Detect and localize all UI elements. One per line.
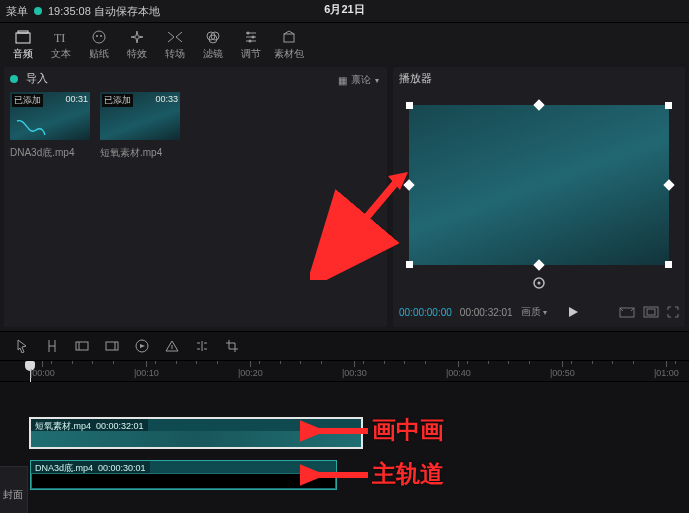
player-controls: 00:00:00:00 00:00:32:01 画质▾ xyxy=(399,303,679,321)
tab-effect[interactable]: 特效 xyxy=(118,27,156,67)
svg-rect-17 xyxy=(647,309,655,315)
split-tool[interactable] xyxy=(44,338,60,354)
svg-rect-12 xyxy=(284,34,294,42)
media-item[interactable]: 已添加 00:33 短氧素材.mp4 xyxy=(100,92,180,160)
svg-text:TI: TI xyxy=(54,31,65,44)
svg-rect-0 xyxy=(16,33,30,43)
status-dot-icon xyxy=(34,7,42,15)
svg-point-10 xyxy=(252,36,255,39)
dna-thumb-icon xyxy=(16,118,46,136)
resize-handle[interactable] xyxy=(406,102,413,109)
svg-point-3 xyxy=(93,31,105,43)
import-dot-icon xyxy=(10,75,18,83)
player-panel: 播放器 00:00:00:00 00:00:32:01 画质▾ xyxy=(393,67,685,327)
pointer-tool[interactable] xyxy=(14,338,30,354)
autosave-status: 19:35:08 自动保存本地 xyxy=(48,4,160,19)
upper-panels: 导入 ▦ 禀论 ▾ 已添加 00:31 DNA3d底.mp4 已添加 00:33 xyxy=(0,67,689,331)
svg-rect-15 xyxy=(620,308,634,317)
timeline-toolbar xyxy=(0,331,689,361)
media-panel: 导入 ▦ 禀论 ▾ 已添加 00:31 DNA3d底.mp4 已添加 00:33 xyxy=(4,67,387,327)
resize-handle[interactable] xyxy=(533,259,544,270)
delete-right-tool[interactable] xyxy=(104,338,120,354)
filter-icon xyxy=(204,29,222,45)
timeline-tracks[interactable]: 封面 短氧素材.mp4 00:00:32:01 DNA3d底.mp4 00:00… xyxy=(0,382,689,513)
tab-media[interactable]: 音频 xyxy=(4,27,42,67)
svg-point-14 xyxy=(538,281,541,284)
quality-dropdown[interactable]: 画质▾ xyxy=(521,305,547,319)
transition-icon xyxy=(166,29,184,45)
svg-point-9 xyxy=(247,32,250,35)
tab-sticker[interactable]: 贴纸 xyxy=(80,27,118,67)
resize-handle[interactable] xyxy=(403,179,414,190)
timeline-ruler[interactable]: |00:00|00:10|00:20|00:30|00:40|00:50|01:… xyxy=(0,361,689,382)
tab-assets[interactable]: 素材包 xyxy=(270,27,308,67)
resize-handle[interactable] xyxy=(663,179,674,190)
total-timecode: 00:00:32:01 xyxy=(460,307,513,318)
mirror-tool[interactable] xyxy=(194,338,210,354)
media-item[interactable]: 已添加 00:31 DNA3d底.mp4 xyxy=(10,92,90,160)
sliders-icon xyxy=(242,29,260,45)
rotate-handle-icon[interactable] xyxy=(533,277,545,289)
svg-point-4 xyxy=(96,35,98,37)
svg-rect-1 xyxy=(18,31,28,33)
grid-icon: ▦ xyxy=(338,75,347,86)
crop-tool[interactable] xyxy=(224,338,240,354)
reverse-tool[interactable] xyxy=(164,338,180,354)
delete-left-tool[interactable] xyxy=(74,338,90,354)
ratio-button[interactable] xyxy=(643,306,659,318)
tool-tabs: 音频 TI 文本 贴纸 特效 转场 滤镜 调节 素材包 xyxy=(0,23,689,67)
fullscreen-button[interactable] xyxy=(667,306,679,318)
sort-dropdown[interactable]: ▦ 禀论 ▾ xyxy=(338,73,379,87)
sparkle-icon xyxy=(128,29,146,45)
freeze-tool[interactable] xyxy=(134,338,150,354)
import-button[interactable]: 导入 xyxy=(26,71,48,86)
chevron-down-icon: ▾ xyxy=(543,308,547,317)
package-icon xyxy=(280,29,298,45)
cover-tab[interactable]: 封面 xyxy=(0,466,28,513)
svg-rect-18 xyxy=(76,342,88,350)
player-title: 播放器 xyxy=(399,71,679,86)
svg-point-5 xyxy=(100,35,102,37)
tab-text[interactable]: TI 文本 xyxy=(42,27,80,67)
title-bar: 菜单 19:35:08 自动保存本地 6月21日 xyxy=(0,0,689,23)
current-timecode: 00:00:00:00 xyxy=(399,307,452,318)
resize-handle[interactable] xyxy=(665,102,672,109)
resize-handle[interactable] xyxy=(533,99,544,110)
play-button[interactable] xyxy=(567,306,579,318)
clip-pip[interactable]: 短氧素材.mp4 00:00:32:01 xyxy=(30,418,362,448)
tab-adjust[interactable]: 调节 xyxy=(232,27,270,67)
snapshot-button[interactable] xyxy=(619,306,635,318)
text-icon: TI xyxy=(52,29,70,45)
preview-viewport[interactable] xyxy=(409,105,669,265)
tab-filter[interactable]: 滤镜 xyxy=(194,27,232,67)
resize-handle[interactable] xyxy=(406,261,413,268)
sticker-icon xyxy=(90,29,108,45)
clip-main[interactable]: DNA3d底.mp4 00:00:30:01 xyxy=(30,460,337,490)
box-icon xyxy=(14,29,32,45)
svg-rect-19 xyxy=(106,342,118,350)
tab-transition[interactable]: 转场 xyxy=(156,27,194,67)
chevron-down-icon: ▾ xyxy=(375,76,379,85)
menu-label[interactable]: 菜单 xyxy=(6,4,28,19)
resize-handle[interactable] xyxy=(665,261,672,268)
svg-point-11 xyxy=(249,40,252,43)
